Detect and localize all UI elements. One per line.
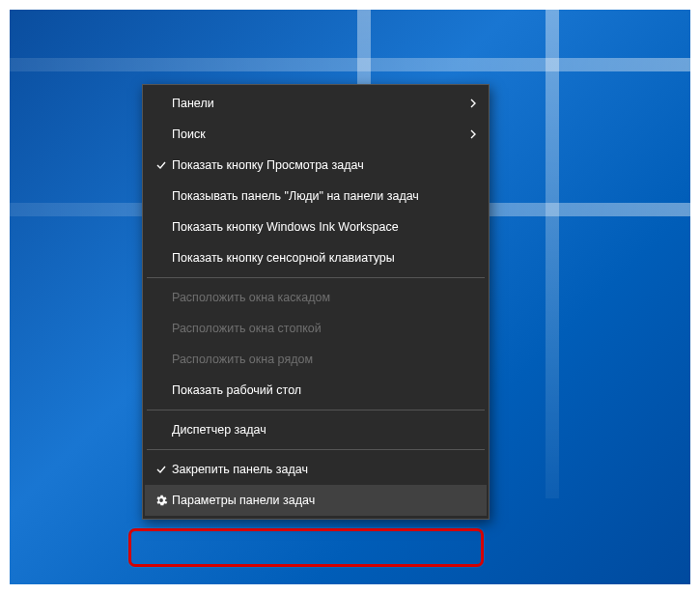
menu-item-search[interactable]: Поиск (145, 119, 487, 150)
menu-item-label: Поиск (172, 127, 463, 141)
menu-item-people[interactable]: Показывать панель "Люди" на панели задач (145, 181, 487, 212)
menu-item-label: Расположить окна каскадом (172, 291, 463, 304)
chevron-right-icon (463, 99, 477, 108)
menu-item-taskview[interactable]: Показать кнопку Просмотра задач (145, 150, 487, 181)
menu-item-settings[interactable]: Параметры панели задач (145, 485, 487, 516)
menu-item-label: Закрепить панель задач (172, 463, 463, 476)
windows-desktop[interactable]: ПанелиПоискПоказать кнопку Просмотра зад… (10, 10, 690, 584)
taskbar-context-menu: ПанелиПоискПоказать кнопку Просмотра зад… (142, 84, 490, 520)
menu-item-label: Панели (172, 97, 463, 110)
gear-icon (151, 494, 172, 507)
menu-item-label: Расположить окна рядом (172, 353, 463, 366)
check-icon (151, 464, 172, 475)
menu-separator (147, 410, 485, 410)
menu-item-ink[interactable]: Показать кнопку Windows Ink Workspace (145, 212, 487, 242)
menu-item-label: Показать кнопку Windows Ink Workspace (172, 220, 463, 234)
menu-item-label: Показывать панель "Люди" на панели задач (172, 189, 463, 203)
menu-separator (147, 277, 485, 278)
chevron-right-icon (463, 129, 477, 139)
menu-item-label: Диспетчер задач (172, 423, 463, 437)
menu-item-label: Параметры панели задач (172, 494, 463, 507)
menu-item-panels[interactable]: Панели (145, 88, 487, 119)
menu-separator (147, 449, 485, 450)
menu-item-label: Показать рабочий стол (172, 383, 463, 397)
menu-item-showdesk[interactable]: Показать рабочий стол (145, 375, 487, 406)
menu-item-label: Показать кнопку Просмотра задач (172, 158, 463, 172)
menu-item-sidebyside: Расположить окна рядом (145, 344, 487, 375)
menu-item-lock[interactable]: Закрепить панель задач (145, 454, 487, 485)
menu-item-label: Расположить окна стопкой (172, 322, 463, 335)
menu-item-taskmgr[interactable]: Диспетчер задач (145, 414, 487, 445)
menu-item-cascade: Расположить окна каскадом (145, 282, 487, 313)
menu-item-touchkb[interactable]: Показать кнопку сенсорной клавиатуры (145, 242, 487, 273)
menu-item-stacked: Расположить окна стопкой (145, 313, 487, 344)
menu-item-label: Показать кнопку сенсорной клавиатуры (172, 251, 463, 265)
check-icon (151, 159, 172, 171)
